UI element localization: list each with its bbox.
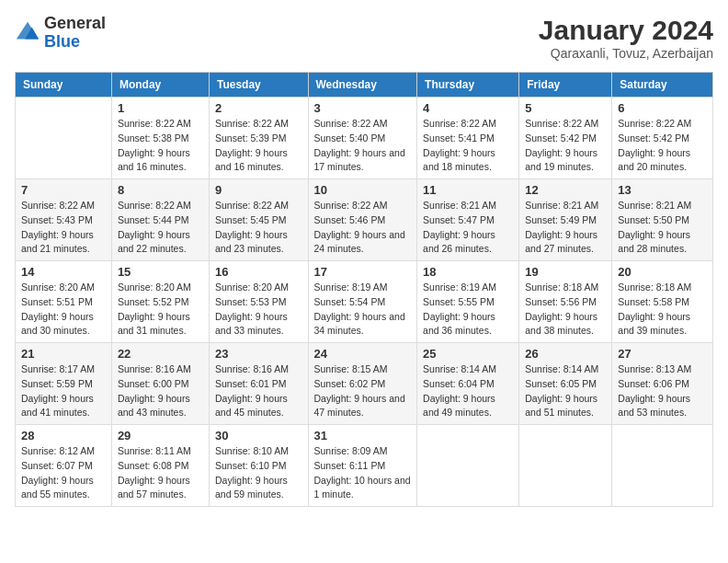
header-day: Thursday (417, 73, 519, 98)
day-info: Sunrise: 8:21 AMSunset: 5:47 PMDaylight:… (423, 199, 513, 257)
day-info: Sunrise: 8:20 AMSunset: 5:51 PMDaylight:… (21, 281, 106, 339)
calendar-cell: 14 Sunrise: 8:20 AMSunset: 5:51 PMDaylig… (16, 261, 112, 343)
day-info: Sunrise: 8:19 AMSunset: 5:54 PMDaylight:… (314, 281, 412, 339)
day-info: Sunrise: 8:20 AMSunset: 5:53 PMDaylight:… (215, 281, 302, 339)
day-info: Sunrise: 8:22 AMSunset: 5:40 PMDaylight:… (314, 117, 412, 175)
logo-blue-text: Blue (44, 32, 80, 51)
calendar-cell: 4 Sunrise: 8:22 AMSunset: 5:41 PMDayligh… (417, 98, 519, 179)
calendar-header: SundayMondayTuesdayWednesdayThursdayFrid… (16, 73, 713, 98)
day-number: 19 (525, 265, 606, 279)
day-info: Sunrise: 8:16 AMSunset: 6:00 PMDaylight:… (118, 362, 203, 420)
day-info: Sunrise: 8:15 AMSunset: 6:02 PMDaylight:… (314, 362, 412, 420)
calendar-week-row: 1 Sunrise: 8:22 AMSunset: 5:38 PMDayligh… (16, 98, 713, 179)
calendar-cell (612, 425, 713, 507)
logo-general-text: General (44, 14, 106, 32)
day-number: 11 (423, 183, 513, 197)
calendar-cell: 21 Sunrise: 8:17 AMSunset: 5:59 PMDaylig… (16, 343, 112, 425)
day-number: 14 (21, 265, 106, 279)
day-number: 22 (118, 347, 203, 361)
calendar-cell: 17 Sunrise: 8:19 AMSunset: 5:54 PMDaylig… (308, 261, 417, 343)
day-number: 6 (618, 101, 707, 115)
calendar-cell: 19 Sunrise: 8:18 AMSunset: 5:56 PMDaylig… (519, 261, 612, 343)
calendar-cell: 28 Sunrise: 8:12 AMSunset: 6:07 PMDaylig… (16, 425, 112, 507)
day-info: Sunrise: 8:09 AMSunset: 6:11 PMDaylight:… (314, 444, 412, 502)
header-day: Friday (519, 73, 612, 98)
day-number: 18 (423, 265, 513, 279)
day-info: Sunrise: 8:22 AMSunset: 5:39 PMDaylight:… (215, 117, 302, 175)
calendar-cell: 3 Sunrise: 8:22 AMSunset: 5:40 PMDayligh… (308, 98, 417, 179)
day-number: 26 (525, 347, 606, 361)
header-row: SundayMondayTuesdayWednesdayThursdayFrid… (16, 73, 713, 98)
day-info: Sunrise: 8:18 AMSunset: 5:56 PMDaylight:… (525, 281, 606, 339)
day-info: Sunrise: 8:22 AMSunset: 5:41 PMDaylight:… (423, 117, 513, 175)
day-info: Sunrise: 8:22 AMSunset: 5:38 PMDaylight:… (118, 117, 203, 175)
page-subtitle: Qaraxanli, Tovuz, Azerbaijan (539, 46, 713, 61)
day-number: 15 (118, 265, 203, 279)
day-info: Sunrise: 8:21 AMSunset: 5:49 PMDaylight:… (525, 199, 606, 257)
calendar-cell: 29 Sunrise: 8:11 AMSunset: 6:08 PMDaylig… (111, 425, 209, 507)
day-number: 17 (314, 265, 412, 279)
calendar-cell: 8 Sunrise: 8:22 AMSunset: 5:44 PMDayligh… (111, 179, 209, 261)
day-number: 7 (21, 183, 106, 197)
calendar-cell: 23 Sunrise: 8:16 AMSunset: 6:01 PMDaylig… (209, 343, 308, 425)
day-info: Sunrise: 8:22 AMSunset: 5:45 PMDaylight:… (215, 199, 302, 257)
day-number: 8 (118, 183, 203, 197)
day-number: 23 (215, 347, 302, 361)
day-number: 21 (21, 347, 106, 361)
header-day: Saturday (612, 73, 713, 98)
calendar-cell: 25 Sunrise: 8:14 AMSunset: 6:04 PMDaylig… (417, 343, 519, 425)
day-info: Sunrise: 8:10 AMSunset: 6:10 PMDaylight:… (215, 444, 302, 502)
day-number: 31 (314, 429, 412, 442)
day-number: 1 (118, 101, 203, 115)
calendar-cell: 13 Sunrise: 8:21 AMSunset: 5:50 PMDaylig… (612, 179, 713, 261)
calendar-cell: 12 Sunrise: 8:21 AMSunset: 5:49 PMDaylig… (519, 179, 612, 261)
calendar-cell: 9 Sunrise: 8:22 AMSunset: 5:45 PMDayligh… (209, 179, 308, 261)
day-info: Sunrise: 8:22 AMSunset: 5:43 PMDaylight:… (21, 199, 106, 257)
calendar-cell: 2 Sunrise: 8:22 AMSunset: 5:39 PMDayligh… (209, 98, 308, 179)
day-number: 25 (423, 347, 513, 361)
header-day: Wednesday (308, 73, 417, 98)
calendar-week-row: 14 Sunrise: 8:20 AMSunset: 5:51 PMDaylig… (16, 261, 713, 343)
day-info: Sunrise: 8:17 AMSunset: 5:59 PMDaylight:… (21, 362, 106, 420)
day-number: 3 (314, 101, 412, 115)
day-info: Sunrise: 8:13 AMSunset: 6:06 PMDaylight:… (618, 362, 707, 420)
day-info: Sunrise: 8:16 AMSunset: 6:01 PMDaylight:… (215, 362, 302, 420)
calendar-cell: 1 Sunrise: 8:22 AMSunset: 5:38 PMDayligh… (111, 98, 209, 179)
day-number: 2 (215, 101, 302, 115)
logo: General Blue (15, 15, 106, 52)
calendar-cell: 16 Sunrise: 8:20 AMSunset: 5:53 PMDaylig… (209, 261, 308, 343)
header-day: Tuesday (209, 73, 308, 98)
day-number: 16 (215, 265, 302, 279)
calendar-cell: 5 Sunrise: 8:22 AMSunset: 5:42 PMDayligh… (519, 98, 612, 179)
calendar-cell (16, 98, 112, 179)
calendar-cell: 24 Sunrise: 8:15 AMSunset: 6:02 PMDaylig… (308, 343, 417, 425)
day-info: Sunrise: 8:18 AMSunset: 5:58 PMDaylight:… (618, 281, 707, 339)
day-number: 13 (618, 183, 707, 197)
logo-icon (15, 20, 40, 46)
day-number: 27 (618, 347, 707, 361)
calendar-cell: 18 Sunrise: 8:19 AMSunset: 5:55 PMDaylig… (417, 261, 519, 343)
calendar-table: SundayMondayTuesdayWednesdayThursdayFrid… (15, 72, 713, 507)
day-info: Sunrise: 8:20 AMSunset: 5:52 PMDaylight:… (118, 281, 203, 339)
day-number: 20 (618, 265, 707, 279)
calendar-cell (519, 425, 612, 507)
calendar-cell: 10 Sunrise: 8:22 AMSunset: 5:46 PMDaylig… (308, 179, 417, 261)
calendar-body: 1 Sunrise: 8:22 AMSunset: 5:38 PMDayligh… (16, 98, 713, 507)
calendar-cell: 22 Sunrise: 8:16 AMSunset: 6:00 PMDaylig… (111, 343, 209, 425)
calendar-cell: 20 Sunrise: 8:18 AMSunset: 5:58 PMDaylig… (612, 261, 713, 343)
calendar-week-row: 21 Sunrise: 8:17 AMSunset: 5:59 PMDaylig… (16, 343, 713, 425)
day-info: Sunrise: 8:22 AMSunset: 5:42 PMDaylight:… (525, 117, 606, 175)
header-day: Monday (111, 73, 209, 98)
day-number: 28 (21, 429, 106, 442)
day-info: Sunrise: 8:14 AMSunset: 6:04 PMDaylight:… (423, 362, 513, 420)
day-number: 5 (525, 101, 606, 115)
day-number: 24 (314, 347, 412, 361)
calendar-cell: 27 Sunrise: 8:13 AMSunset: 6:06 PMDaylig… (612, 343, 713, 425)
calendar-week-row: 28 Sunrise: 8:12 AMSunset: 6:07 PMDaylig… (16, 425, 713, 507)
calendar-cell: 31 Sunrise: 8:09 AMSunset: 6:11 PMDaylig… (308, 425, 417, 507)
day-info: Sunrise: 8:22 AMSunset: 5:44 PMDaylight:… (118, 199, 203, 257)
calendar-cell: 7 Sunrise: 8:22 AMSunset: 5:43 PMDayligh… (16, 179, 112, 261)
day-number: 29 (118, 429, 203, 442)
calendar-cell (417, 425, 519, 507)
day-info: Sunrise: 8:19 AMSunset: 5:55 PMDaylight:… (423, 281, 513, 339)
